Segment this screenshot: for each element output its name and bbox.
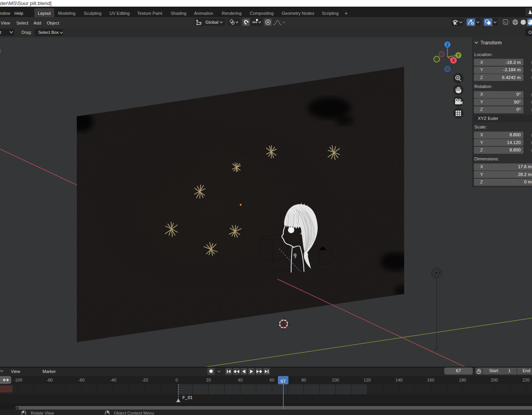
svg-text:X: X	[452, 58, 455, 63]
svg-text:Y: Y	[457, 53, 460, 58]
svg-text:Global: Global	[205, 20, 218, 25]
svg-text:Z: Z	[446, 43, 449, 47]
